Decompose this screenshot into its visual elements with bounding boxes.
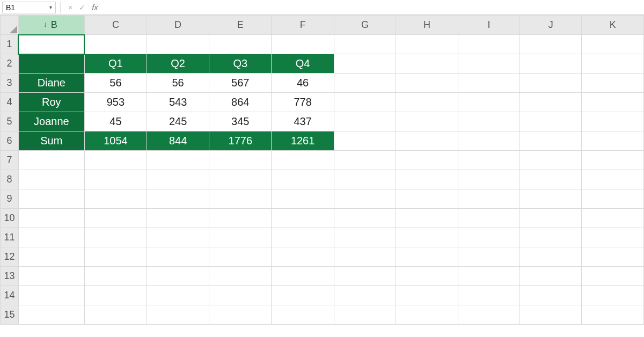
col-header-K[interactable]: K bbox=[582, 16, 644, 35]
cell-I6[interactable] bbox=[458, 131, 519, 151]
cell-F1[interactable] bbox=[272, 35, 334, 54]
row-header-7[interactable]: 7 bbox=[1, 151, 19, 170]
confirm-icon[interactable]: ✓ bbox=[76, 3, 89, 12]
cell-H3[interactable] bbox=[396, 74, 458, 93]
col-header-F[interactable]: F bbox=[272, 16, 334, 35]
cell-K4[interactable] bbox=[582, 93, 644, 112]
row-header-9[interactable]: 9 bbox=[1, 189, 19, 209]
row-header-5[interactable]: 5 bbox=[1, 112, 19, 131]
cell-F5[interactable]: 437 bbox=[272, 112, 334, 131]
cell-H1[interactable] bbox=[396, 35, 458, 54]
cell-B12[interactable] bbox=[18, 247, 84, 267]
cell-B13[interactable] bbox=[18, 267, 84, 286]
cell-C5[interactable]: 45 bbox=[84, 112, 147, 131]
cell-F4[interactable]: 778 bbox=[272, 93, 334, 112]
row-header-12[interactable]: 12 bbox=[1, 247, 19, 267]
cell-H2[interactable] bbox=[396, 54, 458, 74]
cell-J1[interactable] bbox=[520, 35, 582, 54]
cell-B9[interactable] bbox=[18, 189, 84, 209]
cell-K6[interactable] bbox=[582, 131, 644, 151]
cell-B14[interactable] bbox=[18, 286, 84, 305]
cell-B15[interactable] bbox=[18, 305, 84, 325]
cell-G2[interactable] bbox=[334, 54, 396, 74]
row-header-6[interactable]: 6 bbox=[1, 131, 19, 151]
cell-H6[interactable] bbox=[396, 131, 458, 151]
cell-D4[interactable]: 543 bbox=[147, 93, 209, 112]
cell-J6[interactable] bbox=[520, 131, 582, 151]
col-header-B[interactable]: B bbox=[18, 16, 84, 35]
cell-E3[interactable]: 567 bbox=[209, 74, 272, 93]
row-header-13[interactable]: 13 bbox=[1, 267, 19, 286]
name-box[interactable]: B1 ▾ bbox=[2, 2, 56, 13]
cell-G5[interactable] bbox=[334, 112, 396, 131]
cell-J2[interactable] bbox=[520, 54, 582, 74]
cell-G1[interactable] bbox=[334, 35, 396, 54]
cell-J4[interactable] bbox=[520, 93, 582, 112]
cell-B7[interactable] bbox=[18, 151, 84, 170]
cell-K2[interactable] bbox=[582, 54, 644, 74]
cell-I4[interactable] bbox=[458, 93, 519, 112]
cell-C2[interactable]: Q1 bbox=[84, 54, 147, 74]
cell-I2[interactable] bbox=[458, 54, 519, 74]
cell-I5[interactable] bbox=[458, 112, 519, 131]
cell-K1[interactable] bbox=[582, 35, 644, 54]
col-header-I[interactable]: I bbox=[458, 16, 519, 35]
cell-E1[interactable] bbox=[209, 35, 272, 54]
cell-B11[interactable] bbox=[18, 228, 84, 247]
cell-F3[interactable]: 46 bbox=[272, 74, 334, 93]
spreadsheet-grid[interactable]: B C D E F G H I J K 1 bbox=[0, 15, 644, 325]
cancel-icon[interactable]: × bbox=[65, 3, 76, 12]
row-header-15[interactable]: 15 bbox=[1, 305, 19, 325]
cell-H5[interactable] bbox=[396, 112, 458, 131]
row-header-10[interactable]: 10 bbox=[1, 209, 19, 228]
cell-B10[interactable] bbox=[18, 209, 84, 228]
cell-G4[interactable] bbox=[334, 93, 396, 112]
fx-label[interactable]: fx bbox=[89, 3, 101, 12]
cell-E6[interactable]: 1776 bbox=[209, 131, 272, 151]
formula-input[interactable] bbox=[101, 2, 644, 13]
cell-E4[interactable]: 864 bbox=[209, 93, 272, 112]
row-header-3[interactable]: 3 bbox=[1, 74, 19, 93]
cell-G6[interactable] bbox=[334, 131, 396, 151]
cell-G3[interactable] bbox=[334, 74, 396, 93]
cell-H4[interactable] bbox=[396, 93, 458, 112]
cell-E2[interactable]: Q3 bbox=[209, 54, 272, 74]
cell-F2[interactable]: Q4 bbox=[272, 54, 334, 74]
row-header-1[interactable]: 1 bbox=[1, 35, 19, 54]
cell-E5[interactable]: 345 bbox=[209, 112, 272, 131]
cell-B3[interactable]: Diane bbox=[18, 74, 84, 93]
cell-B8[interactable] bbox=[18, 170, 84, 189]
cell-C3[interactable]: 56 bbox=[84, 74, 147, 93]
cell-K3[interactable] bbox=[582, 74, 644, 93]
col-header-J[interactable]: J bbox=[520, 16, 582, 35]
chevron-down-icon[interactable]: ▾ bbox=[49, 4, 52, 10]
cell-B1[interactable] bbox=[18, 35, 84, 54]
cell-I3[interactable] bbox=[458, 74, 519, 93]
cell-K5[interactable] bbox=[582, 112, 644, 131]
cell-J5[interactable] bbox=[520, 112, 582, 131]
col-header-C[interactable]: C bbox=[84, 16, 147, 35]
row-header-11[interactable]: 11 bbox=[1, 228, 19, 247]
cell-D1[interactable] bbox=[147, 35, 209, 54]
cell-D5[interactable]: 245 bbox=[147, 112, 209, 131]
cell-D6[interactable]: 844 bbox=[147, 131, 209, 151]
cell-B4[interactable]: Roy bbox=[18, 93, 84, 112]
col-header-G[interactable]: G bbox=[334, 16, 396, 35]
cell-D3[interactable]: 56 bbox=[147, 74, 209, 93]
cell-J3[interactable] bbox=[520, 74, 582, 93]
cell-B2[interactable] bbox=[18, 54, 84, 74]
col-header-D[interactable]: D bbox=[147, 16, 209, 35]
cell-B5[interactable]: Joanne bbox=[18, 112, 84, 131]
col-header-E[interactable]: E bbox=[209, 16, 272, 35]
cell-B6[interactable]: Sum bbox=[18, 131, 84, 151]
cell-D2[interactable]: Q2 bbox=[147, 54, 209, 74]
row-header-8[interactable]: 8 bbox=[1, 170, 19, 189]
cell-C1[interactable] bbox=[84, 35, 147, 54]
cell-C6[interactable]: 1054 bbox=[84, 131, 147, 151]
cell-I1[interactable] bbox=[458, 35, 519, 54]
row-header-4[interactable]: 4 bbox=[1, 93, 19, 112]
cell-C4[interactable]: 953 bbox=[84, 93, 147, 112]
select-all-corner[interactable] bbox=[1, 16, 19, 35]
row-header-2[interactable]: 2 bbox=[1, 54, 19, 74]
cell-F6[interactable]: 1261 bbox=[272, 131, 334, 151]
